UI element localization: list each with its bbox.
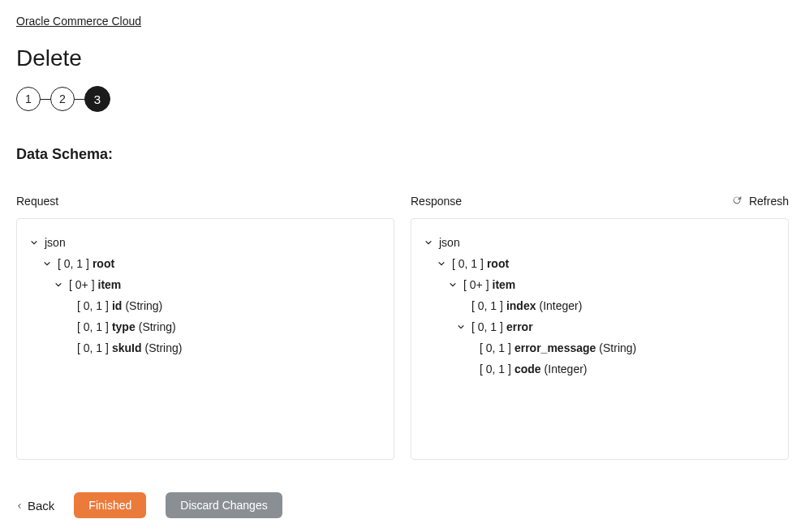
chevron-down-icon[interactable] [455,321,467,332]
node-label: [ 0, 1 ]id(String) [77,298,162,313]
chevron-down-icon[interactable] [53,279,64,290]
tree-node-field[interactable]: [ 0, 1 ]error_message(String) [423,337,777,358]
back-label: Back [28,499,54,513]
request-schema-box: json [ 0, 1 ]root [ 0+ ]item [16,218,394,460]
tree-node-item[interactable]: [ 0+ ]item [423,274,777,295]
node-label: json [45,235,66,250]
node-label: [ 0, 1 ]error_message(String) [480,341,636,355]
chevron-down-icon[interactable] [447,279,458,290]
node-label: json [439,235,460,250]
node-label: [ 0+ ]item [69,277,121,292]
node-label: [ 0+ ]item [463,277,515,292]
tree-node-error[interactable]: [ 0, 1 ]error [423,316,777,337]
tree-node-json[interactable]: json [28,232,382,253]
section-title: Data Schema: [16,146,789,163]
tree-node-field[interactable]: [ 0, 1 ]skuId(String) [28,337,382,358]
tree-node-json[interactable]: json [423,232,777,253]
request-label: Request [16,195,58,208]
chevron-down-icon[interactable] [436,258,447,269]
step-connector [75,99,84,100]
node-label: [ 0, 1 ]root [452,256,509,271]
tree-node-field[interactable]: [ 0, 1 ]id(String) [28,295,382,316]
footer-actions: Back Finished Discard Changes [16,492,789,518]
refresh-label: Refresh [749,195,789,208]
breadcrumb[interactable]: Oracle Commerce Cloud [16,15,141,28]
tree-node-item[interactable]: [ 0+ ]item [28,274,382,295]
tree-node-field[interactable]: [ 0, 1 ]index(Integer) [423,295,777,316]
step-3[interactable]: 3 [84,86,110,112]
step-1[interactable]: 1 [16,87,41,111]
refresh-button[interactable]: Refresh [731,195,789,208]
node-label: [ 0, 1 ]error [471,320,533,334]
tree-node-field[interactable]: [ 0, 1 ]type(String) [28,316,382,337]
finished-button[interactable]: Finished [74,492,146,518]
tree-node-root[interactable]: [ 0, 1 ]root [28,253,382,274]
tree-node-field[interactable]: [ 0, 1 ]code(Integer) [423,358,777,380]
chevron-down-icon[interactable] [41,258,53,269]
chevron-down-icon[interactable] [28,237,40,248]
back-button[interactable]: Back [16,499,54,513]
request-column: Request json [ 0, 1 ]root [ 0+ ]item [16,192,394,460]
chevron-left-icon [16,499,23,513]
node-label: [ 0, 1 ]type(String) [77,320,176,334]
refresh-icon [731,195,743,208]
chevron-down-icon[interactable] [423,237,434,248]
step-connector [41,99,50,100]
response-label: Response [411,195,462,208]
tree-node-root[interactable]: [ 0, 1 ]root [423,253,777,274]
step-2[interactable]: 2 [50,87,75,111]
response-column: Response Refresh json [ 0, 1 ]root [411,192,789,460]
stepper: 1 2 3 [16,86,789,112]
node-label: [ 0, 1 ]code(Integer) [480,362,588,376]
discard-button[interactable]: Discard Changes [166,492,282,518]
node-label: [ 0, 1 ]root [58,256,114,271]
response-schema-box: json [ 0, 1 ]root [ 0+ ]item [411,218,789,460]
node-label: [ 0, 1 ]index(Integer) [471,298,582,313]
page-title: Delete [16,45,789,71]
node-label: [ 0, 1 ]skuId(String) [77,341,182,355]
